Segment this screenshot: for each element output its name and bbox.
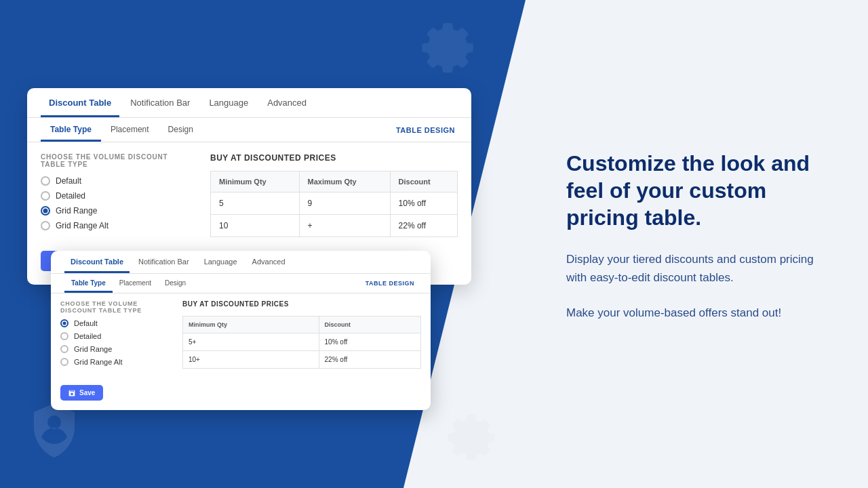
radio-label-default-back: Default: [56, 176, 81, 186]
tab-discount-table-front[interactable]: Discount Table: [64, 251, 130, 273]
th-min-qty-front: Minimum Qty: [183, 317, 319, 333]
table-row: 5+ 10% off: [183, 333, 421, 351]
card-front-tabs: Discount Table Notification Bar Language…: [51, 251, 431, 274]
right-panel: Customize the look and feel of your cust…: [526, 0, 868, 488]
th-max-qty-back: Maximum Qty: [299, 171, 390, 192]
card-front-subtabs: Table Type Placement Design TABLE DESIGN: [51, 274, 431, 293]
left-panel: Discount Table Notification Bar Language…: [0, 0, 526, 488]
table-design-link-front[interactable]: TABLE DESIGN: [366, 280, 417, 287]
radio-circle-default-front: [60, 319, 68, 327]
gear-top-icon: [403, 7, 485, 88]
td-disc-2-front: 22% off: [319, 351, 420, 369]
radio-grid-range-back[interactable]: Grid Range: [41, 206, 190, 216]
right-body-1: Display your tiered discounts and custom…: [566, 250, 834, 287]
tab-discount-table-back[interactable]: Discount Table: [41, 88, 119, 117]
save-button-front[interactable]: Save: [60, 385, 103, 401]
radio-circle-grid-range-alt-front: [60, 358, 68, 366]
right-body-2: Make your volume-based offers stand out!: [566, 304, 834, 322]
discount-title-back: BUY AT DISCOUNTED PRICES: [210, 153, 458, 163]
subtab-design-back[interactable]: Design: [159, 118, 203, 142]
card-front-content: CHOOSE THE VOLUME DISCOUNT TABLE TYPE De…: [51, 293, 431, 410]
radio-group-back: Default Detailed Grid Range Grid Range A…: [41, 176, 190, 230]
table-row: 10 + 22% off: [211, 215, 458, 237]
td-disc-2-back: 22% off: [390, 215, 457, 237]
radio-label-detailed-front: Detailed: [74, 332, 101, 340]
radio-group-front: Default Detailed Grid Range Grid Range A…: [60, 319, 169, 366]
gear-bottom-right-icon: [431, 400, 505, 474]
right-content: Customize the look and feel of your cust…: [566, 150, 834, 338]
radio-grid-range-front[interactable]: Grid Range: [60, 345, 169, 353]
tab-advanced-front[interactable]: Advanced: [246, 251, 292, 273]
right-section-front: BUY AT DISCOUNTED PRICES Minimum Qty Dis…: [182, 300, 421, 401]
td-disc-1-front: 10% off: [319, 333, 420, 351]
table-row: 10+ 22% off: [183, 351, 421, 369]
left-section-front: CHOOSE THE VOLUME DISCOUNT TABLE TYPE De…: [60, 300, 169, 401]
radio-circle-grid-range-front: [60, 345, 68, 353]
subtab-placement-back[interactable]: Placement: [101, 118, 159, 142]
radio-circle-detailed-back: [41, 191, 50, 201]
card-back-subtabs: Table Type Placement Design TABLE DESIGN: [27, 118, 471, 142]
radio-label-grid-range-alt-front: Grid Range Alt: [74, 358, 123, 366]
radio-circle-grid-range-alt-back: [41, 221, 50, 230]
radio-circle-default-back: [41, 176, 50, 186]
tab-language-front[interactable]: Language: [198, 251, 243, 273]
tab-advanced-back[interactable]: Advanced: [259, 88, 315, 117]
price-table-front: Minimum Qty Discount 5+ 10% off 10+ 22% …: [182, 316, 421, 369]
td-disc-1-back: 10% off: [390, 192, 457, 215]
subtab-placement-front[interactable]: Placement: [113, 274, 158, 293]
shield-bottom-left-icon: [20, 400, 88, 468]
radio-circle-grid-range-back: [41, 206, 50, 216]
radio-label-grid-range-front: Grid Range: [74, 345, 112, 353]
card-back-tabs: Discount Table Notification Bar Language…: [27, 88, 471, 118]
right-headline: Customize the look and feel of your cust…: [566, 150, 834, 231]
radio-grid-range-alt-back[interactable]: Grid Range Alt: [41, 221, 190, 230]
td-min-1-front: 5+: [183, 333, 319, 351]
subtab-table-type-back[interactable]: Table Type: [41, 118, 101, 142]
radio-detailed-front[interactable]: Detailed: [60, 332, 169, 340]
section-label-front: CHOOSE THE VOLUME DISCOUNT TABLE TYPE: [60, 300, 169, 314]
tab-notification-bar-back[interactable]: Notification Bar: [122, 88, 198, 117]
td-max-2-back: +: [299, 215, 390, 237]
tab-notification-bar-front[interactable]: Notification Bar: [132, 251, 195, 273]
radio-grid-range-alt-front[interactable]: Grid Range Alt: [60, 358, 169, 366]
table-row: 5 9 10% off: [211, 192, 458, 215]
th-min-qty-back: Minimum Qty: [211, 171, 300, 192]
radio-default-back[interactable]: Default: [41, 176, 190, 186]
discount-title-front: BUY AT DISCOUNTED PRICES: [182, 300, 421, 308]
radio-circle-detailed-front: [60, 332, 68, 340]
th-discount-front: Discount: [319, 317, 420, 333]
radio-label-grid-range-back: Grid Range: [56, 206, 97, 216]
card-front: Discount Table Notification Bar Language…: [51, 251, 431, 410]
section-label-back: CHOOSE THE VOLUME DISCOUNT TABLE TYPE: [41, 153, 190, 168]
th-discount-back: Discount: [390, 171, 457, 192]
radio-label-grid-range-alt-back: Grid Range Alt: [56, 221, 108, 230]
table-design-link-back[interactable]: TABLE DESIGN: [396, 126, 458, 134]
save-label-front: Save: [79, 389, 95, 396]
td-min-2-front: 10+: [183, 351, 319, 369]
price-table-back: Minimum Qty Maximum Qty Discount 5 9 10%…: [210, 171, 458, 237]
radio-label-default-front: Default: [74, 319, 98, 327]
radio-label-detailed-back: Detailed: [56, 191, 85, 201]
td-max-1-back: 9: [299, 192, 390, 215]
subtab-design-front[interactable]: Design: [158, 274, 193, 293]
td-min-1-back: 5: [211, 192, 300, 215]
radio-detailed-back[interactable]: Detailed: [41, 191, 190, 201]
radio-default-front[interactable]: Default: [60, 319, 169, 327]
td-min-2-back: 10: [211, 215, 300, 237]
tab-language-back[interactable]: Language: [201, 88, 256, 117]
subtab-table-type-front[interactable]: Table Type: [64, 274, 113, 293]
